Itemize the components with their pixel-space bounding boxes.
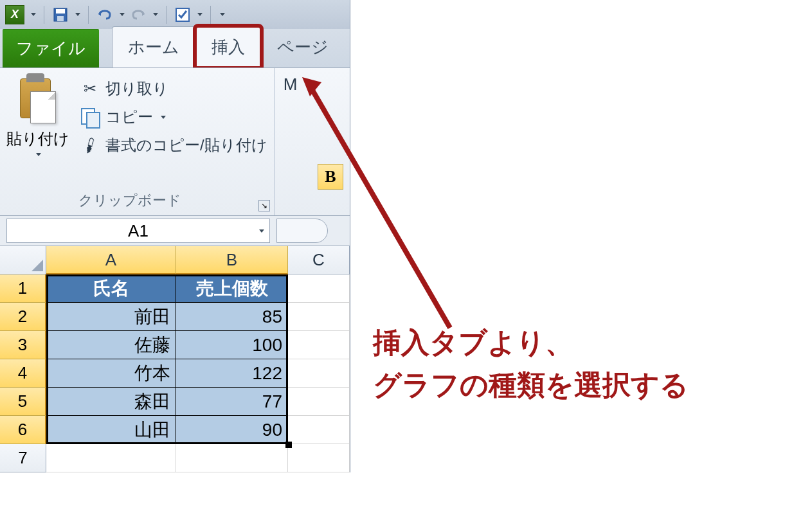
paintbrush-icon: 🖌 [78, 133, 102, 157]
cell-C2[interactable] [288, 303, 350, 331]
clipboard-group-launcher[interactable]: ↘ [258, 200, 270, 211]
separator [88, 6, 89, 24]
copy-button[interactable]: コピー [81, 107, 267, 127]
cell-B5[interactable]: 77 [176, 388, 288, 416]
cell-B7[interactable] [176, 444, 288, 472]
cell-A1[interactable]: 氏名 [46, 274, 176, 303]
row-6: 6 山田 90 [0, 416, 350, 444]
paste-menu-arrow-icon[interactable] [36, 153, 41, 156]
copy-label: コピー [105, 107, 153, 127]
undo-menu-arrow-icon[interactable] [120, 13, 125, 16]
cell-C1[interactable] [288, 274, 350, 303]
row-7: 7 [0, 444, 350, 472]
cut-label: 切り取り [105, 78, 168, 99]
separator [44, 6, 44, 24]
quick-access-toolbar: X [0, 0, 350, 29]
select-all-corner[interactable] [0, 246, 46, 274]
ribbon-content: 貼り付け ✂ 切り取り コピー 🖌 [0, 67, 350, 215]
spreadsheet-grid: A B C 1 氏名 売上個数 2 前田 85 3 佐藤 100 4 竹本 12… [0, 246, 350, 472]
clipboard-group-label: クリップボード [78, 188, 267, 213]
clipboard-paste-icon [17, 73, 59, 125]
column-header-C[interactable]: C [288, 246, 350, 274]
row-3: 3 佐藤 100 [0, 331, 350, 359]
annotation-text: 挿入タブより、 グラフの種類を選択する [373, 321, 689, 406]
font-name-fragment: M [275, 68, 350, 94]
formula-bar-fragment[interactable] [276, 219, 328, 243]
cell-A6[interactable]: 山田 [46, 416, 176, 444]
cell-C6[interactable] [288, 416, 350, 444]
svg-rect-1 [56, 9, 65, 13]
row-header-2[interactable]: 2 [0, 303, 46, 331]
copy-menu-arrow-icon[interactable] [161, 116, 166, 119]
undo-icon [97, 8, 113, 21]
redo-icon [131, 8, 146, 21]
cell-B2[interactable]: 85 [176, 303, 288, 331]
row-1: 1 氏名 売上個数 [0, 274, 350, 303]
column-headers: A B C [0, 246, 350, 274]
excel-logo-icon[interactable]: X [5, 5, 24, 24]
paste-button[interactable]: 貼り付け [6, 73, 69, 156]
tab-file[interactable]: ファイル [3, 29, 99, 67]
name-box[interactable]: A1 [6, 219, 270, 243]
undo-button[interactable] [96, 6, 113, 23]
tab-home[interactable]: ホーム [112, 26, 195, 67]
paste-label: 貼り付け [6, 129, 69, 149]
name-box-value: A1 [15, 221, 262, 241]
selection-fill-handle[interactable] [285, 442, 292, 448]
cell-B6[interactable]: 90 [176, 416, 288, 444]
row-header-3[interactable]: 3 [0, 331, 46, 359]
redo-button[interactable] [130, 6, 147, 23]
cell-B1[interactable]: 売上個数 [176, 274, 288, 303]
row-header-1[interactable]: 1 [0, 274, 46, 303]
separator [210, 6, 211, 24]
qat-menu-arrow-icon[interactable] [31, 13, 36, 16]
save-button[interactable] [52, 6, 69, 23]
font-group-fragment: M B [275, 68, 350, 215]
ribbon-tabs: ファイル ホーム 挿入 ページ [0, 29, 350, 67]
cell-A5[interactable]: 森田 [46, 388, 176, 416]
qat-customize-arrow-icon[interactable] [220, 13, 225, 16]
cell-C5[interactable] [288, 388, 350, 416]
formula-bar-row: A1 [0, 215, 350, 246]
cell-A7[interactable] [46, 444, 176, 472]
row-header-5[interactable]: 5 [0, 388, 46, 416]
save-icon [53, 7, 68, 22]
redo-menu-arrow-icon[interactable] [153, 13, 158, 16]
format-painter-button[interactable]: 🖌 書式のコピー/貼り付け [81, 135, 267, 156]
row-2: 2 前田 85 [0, 303, 350, 331]
excel-window: X [0, 0, 350, 472]
cell-B4[interactable]: 122 [176, 359, 288, 388]
cell-C7[interactable] [288, 444, 350, 472]
checkbox-option[interactable] [174, 6, 191, 23]
checkbox-checked-icon [176, 8, 190, 22]
column-header-A[interactable]: A [46, 246, 176, 274]
cell-C3[interactable] [288, 331, 350, 359]
cell-A3[interactable]: 佐藤 [46, 331, 176, 359]
svg-rect-2 [57, 16, 64, 21]
cut-button[interactable]: ✂ 切り取り [81, 78, 267, 99]
row-header-4[interactable]: 4 [0, 359, 46, 388]
copy-icon [81, 108, 99, 126]
row-header-6[interactable]: 6 [0, 416, 46, 444]
format-painter-label: 書式のコピー/貼り付け [105, 135, 267, 156]
cell-A4[interactable]: 竹本 [46, 359, 176, 388]
annotation-line2: グラフの種類を選択する [373, 364, 689, 406]
clipboard-group: 貼り付け ✂ 切り取り コピー 🖌 [0, 68, 275, 215]
scissors-icon: ✂ [81, 80, 99, 98]
checkbox-menu-arrow-icon[interactable] [197, 13, 203, 16]
tab-page-layout[interactable]: ページ [261, 26, 345, 67]
save-menu-arrow-icon[interactable] [75, 13, 80, 16]
bold-button[interactable]: B [318, 164, 343, 190]
name-box-arrow-icon[interactable] [259, 229, 264, 233]
separator [166, 6, 167, 24]
row-header-7[interactable]: 7 [0, 444, 46, 472]
row-4: 4 竹本 122 [0, 359, 350, 388]
cell-A2[interactable]: 前田 [46, 303, 176, 331]
cell-B3[interactable]: 100 [176, 331, 288, 359]
tab-insert[interactable]: 挿入 [195, 26, 261, 67]
annotation-line1: 挿入タブより、 [373, 321, 689, 364]
cell-C4[interactable] [288, 359, 350, 388]
row-5: 5 森田 77 [0, 388, 350, 416]
column-header-B[interactable]: B [176, 246, 288, 274]
